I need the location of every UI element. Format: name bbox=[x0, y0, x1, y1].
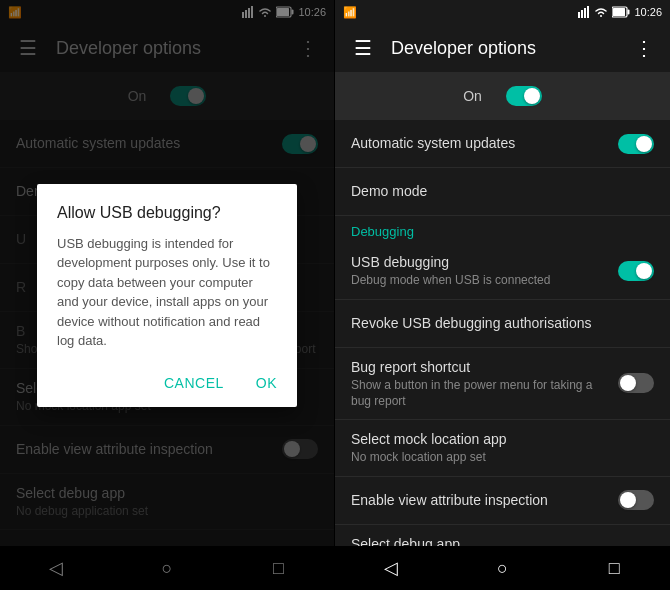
dialog-cancel-button[interactable]: CANCEL bbox=[152, 367, 236, 399]
right-bug-subtitle: Show a button in the power menu for taki… bbox=[351, 378, 610, 409]
right-status-icons: 📶 bbox=[343, 6, 357, 19]
right-app-bar: ☰ Developer options ⋮ bbox=[335, 24, 670, 72]
debugging-section-header: Debugging bbox=[335, 216, 670, 243]
right-view-attr-toggle[interactable] bbox=[618, 490, 654, 510]
dialog-ok-button[interactable]: OK bbox=[244, 367, 289, 399]
right-on-row: On bbox=[335, 72, 670, 120]
right-more-icon[interactable]: ⋮ bbox=[626, 36, 662, 60]
right-mock-subtitle: No mock location app set bbox=[351, 450, 654, 466]
right-demo-mode-item[interactable]: Demo mode bbox=[335, 168, 670, 216]
right-on-label: On bbox=[463, 88, 482, 104]
right-auto-updates-toggle[interactable] bbox=[618, 134, 654, 154]
right-mock-title: Select mock location app bbox=[351, 430, 654, 448]
dialog-title: Allow USB debugging? bbox=[37, 204, 297, 234]
right-bug-title: Bug report shortcut bbox=[351, 358, 610, 376]
dialog-overlay[interactable]: Allow USB debugging? USB debugging is in… bbox=[0, 0, 334, 590]
svg-rect-8 bbox=[581, 10, 583, 18]
right-debug-app-title: Select debug app bbox=[351, 535, 654, 546]
right-home-button[interactable]: ○ bbox=[482, 548, 522, 588]
right-menu-icon[interactable]: ☰ bbox=[343, 28, 383, 68]
right-signal-icon bbox=[578, 6, 590, 18]
right-phone-panel: 📶 10:26 ☰ Developer options ⋮ On Automat… bbox=[335, 0, 670, 590]
right-nav-bar: ◁ ○ □ bbox=[335, 546, 670, 590]
right-debug-app-item[interactable]: Select debug app No debug application se… bbox=[335, 525, 670, 546]
right-bluetooth-icon: 📶 bbox=[343, 6, 357, 19]
right-revoke-title: Revoke USB debugging authorisations bbox=[351, 314, 654, 332]
right-wifi-icon bbox=[594, 6, 608, 18]
dialog-body: USB debugging is intended for developmen… bbox=[37, 234, 297, 367]
right-recents-button[interactable]: □ bbox=[594, 548, 634, 588]
right-revoke-item[interactable]: Revoke USB debugging authorisations bbox=[335, 300, 670, 348]
right-auto-updates-title: Automatic system updates bbox=[351, 134, 610, 152]
svg-rect-7 bbox=[578, 12, 580, 18]
right-status-right: 10:26 bbox=[578, 6, 662, 18]
svg-rect-10 bbox=[587, 6, 589, 18]
right-auto-updates-item[interactable]: Automatic system updates bbox=[335, 120, 670, 168]
svg-rect-9 bbox=[584, 8, 586, 18]
right-back-button[interactable]: ◁ bbox=[371, 548, 411, 588]
usb-debugging-dialog: Allow USB debugging? USB debugging is in… bbox=[37, 184, 297, 407]
right-usb-toggle[interactable] bbox=[618, 261, 654, 281]
right-demo-mode-title: Demo mode bbox=[351, 182, 654, 200]
right-view-attr-item[interactable]: Enable view attribute inspection bbox=[335, 477, 670, 525]
right-view-attr-title: Enable view attribute inspection bbox=[351, 491, 610, 509]
right-bug-toggle[interactable] bbox=[618, 373, 654, 393]
right-battery-icon bbox=[612, 6, 630, 18]
right-mock-location-item[interactable]: Select mock location app No mock locatio… bbox=[335, 420, 670, 477]
right-usb-debug-item[interactable]: USB debugging Debug mode when USB is con… bbox=[335, 243, 670, 300]
right-status-bar: 📶 10:26 bbox=[335, 0, 670, 24]
right-usb-title: USB debugging bbox=[351, 253, 610, 271]
right-settings-list: Automatic system updates Demo mode Debug… bbox=[335, 120, 670, 546]
svg-rect-12 bbox=[628, 10, 630, 15]
right-developer-toggle-thumb bbox=[524, 88, 540, 104]
dialog-actions: CANCEL OK bbox=[37, 367, 297, 399]
right-developer-toggle[interactable] bbox=[506, 86, 542, 106]
svg-rect-13 bbox=[613, 8, 625, 16]
right-app-title: Developer options bbox=[383, 38, 626, 59]
right-usb-subtitle: Debug mode when USB is connected bbox=[351, 273, 610, 289]
right-time: 10:26 bbox=[634, 6, 662, 18]
left-phone-panel: 📶 10:26 ☰ Developer options ⋮ On Automat… bbox=[0, 0, 335, 590]
right-bug-report-item[interactable]: Bug report shortcut Show a button in the… bbox=[335, 348, 670, 420]
